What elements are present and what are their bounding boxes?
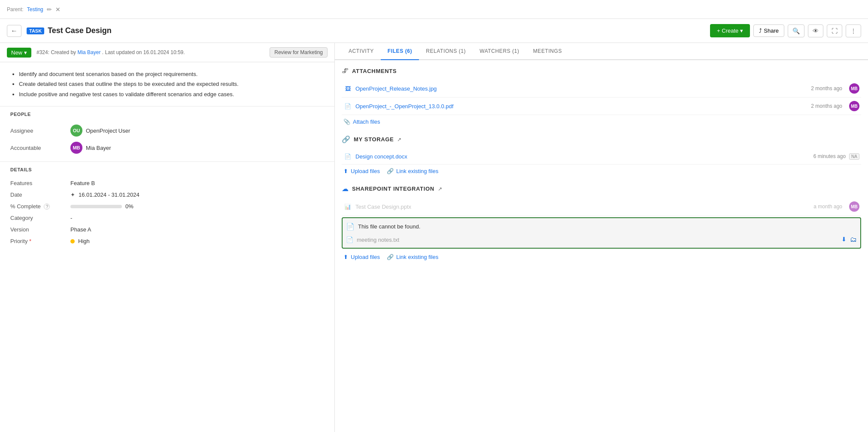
assignee-label: Assignee (10, 128, 70, 134)
date-label: Date (10, 192, 70, 198)
date-row: Date ✦ 16.01.2024 - 31.01.2024 (10, 189, 324, 201)
na-badge: NA (849, 153, 859, 160)
storage-file-row-1: 📄 Design concept.docx 6 minutes ago NA (342, 149, 861, 164)
storage-icon: 🔗 (342, 135, 350, 143)
file-row-actions: ⬇ 🗂 (841, 236, 857, 243)
link-existing-label: Link existing files (396, 168, 438, 174)
dropdown-icon: ▾ (740, 27, 743, 34)
attachment-avatar-2: MB (849, 101, 859, 111)
sharepoint-external-link-icon: ↗ (438, 186, 442, 192)
cloud-icon: ☁ (342, 185, 349, 193)
attachments-title: ATTACHMENTS (352, 68, 397, 74)
folder-icon[interactable]: 🗂 (850, 236, 857, 243)
download-icon[interactable]: ⬇ (841, 236, 847, 243)
priority-required: * (29, 238, 31, 244)
people-title: PEOPLE (10, 112, 324, 117)
category-row: Category - (10, 212, 324, 224)
complete-value: 0% (70, 203, 134, 210)
tab-activity[interactable]: ACTIVITY (342, 43, 381, 60)
complete-percent: 0% (125, 203, 134, 210)
link-icon-2: 🔗 (387, 254, 394, 260)
attachment-row-2: 📄 OpenProject_-_OpenProject_13.0.0.pdf 2… (342, 97, 861, 115)
complete-label: % Complete ? (10, 203, 70, 210)
description-item-2: Create detailed test cases that outline … (19, 79, 324, 89)
upload-label-2: Upload files (351, 254, 380, 260)
status-dropdown-icon: ▾ (24, 49, 27, 56)
description-list: Identify and document test scenarios bas… (10, 69, 324, 99)
storage-file-name-1[interactable]: Design concept.docx (355, 153, 810, 160)
create-label: + Create (717, 27, 738, 34)
assignee-row: Assignee OU OpenProject User (10, 122, 324, 139)
creator-link[interactable]: Mia Bayer (77, 49, 100, 55)
image-file-icon: 🖼 (343, 84, 352, 93)
status-badge[interactable]: New ▾ (7, 48, 31, 58)
attachment-name-2[interactable]: OpenProject_-_OpenProject_13.0.0.pdf (355, 103, 807, 110)
error-file-icon: 📄 (346, 222, 355, 231)
upload-files-link-2[interactable]: ⬆ Upload files (343, 254, 380, 260)
description-item-1: Identify and document test scenarios bas… (19, 69, 324, 79)
tab-relations[interactable]: RELATIONS (1) (419, 43, 473, 60)
fullscreen-icon-button[interactable]: ⛶ (827, 24, 842, 37)
details-title: DETAILS (10, 167, 324, 172)
upload-icon-2: ⬆ (343, 254, 348, 260)
tab-watchers[interactable]: WATCHERS (1) (473, 43, 526, 60)
comment-icon-button[interactable]: 🔍 (788, 24, 804, 37)
txt-file-icon: 📄 (346, 236, 353, 243)
task-label: TASK (27, 27, 44, 34)
parent-label: Parent: (7, 6, 24, 12)
upload-files-link[interactable]: ⬆ Upload files (343, 168, 380, 174)
external-link-icon: ↗ (397, 137, 401, 143)
link-existing-label-2: Link existing files (396, 254, 438, 260)
priority-value: High (70, 238, 90, 244)
create-button[interactable]: + Create ▾ (710, 24, 750, 37)
parent-link[interactable]: Testing (27, 6, 43, 12)
left-panel: New ▾ #324: Created by Mia Bayer . Last … (0, 43, 335, 432)
link-existing-link[interactable]: 🔗 Link existing files (387, 168, 438, 174)
review-label: Review for Marketing (274, 49, 323, 55)
attachment-time-1: 2 months ago (811, 85, 842, 91)
close-icon[interactable]: ✕ (55, 6, 61, 13)
priority-row: Priority * High (10, 235, 324, 247)
version-value: Phase A (70, 226, 91, 233)
complete-help-icon[interactable]: ? (44, 204, 50, 210)
upload-label: Upload files (351, 168, 380, 174)
task-header: ← TASK Test Case Design + Create ▾ ⤴ Sha… (0, 19, 868, 43)
assignee-value: OU OpenProject User (70, 125, 130, 137)
watch-icon-button[interactable]: 👁 (808, 24, 823, 37)
tabs: ACTIVITY FILES (6) RELATIONS (1) WATCHER… (335, 43, 868, 60)
sharepoint-avatar-1: MB (849, 201, 859, 212)
link-icon: 🔗 (387, 168, 394, 174)
error-message: This file cannot be found. (358, 223, 420, 230)
status-bar: New ▾ #324: Created by Mia Bayer . Last … (0, 43, 334, 62)
top-bar: Parent: Testing ✏ ✕ (0, 0, 868, 19)
pdf-file-icon: 📄 (343, 102, 352, 110)
review-badge[interactable]: Review for Marketing (270, 47, 328, 58)
sharepoint-file-name-2: meeting notes.txt (357, 237, 838, 243)
share-button[interactable]: ⤴ Share (753, 24, 784, 37)
attachment-row-1: 🖼 OpenProject_Release_Notes.jpg 2 months… (342, 80, 861, 97)
more-options-button[interactable]: ⋮ (846, 24, 861, 37)
my-storage-title: MY STORAGE (354, 136, 394, 143)
tab-files[interactable]: FILES (6) (381, 43, 419, 60)
features-row: Features Feature B (10, 177, 324, 189)
sharepoint-file-row-1: 📊 Test Case Design.pptx a month ago MB (342, 198, 861, 216)
right-panel: ACTIVITY FILES (6) RELATIONS (1) WATCHER… (335, 43, 868, 432)
attachment-name-1[interactable]: OpenProject_Release_Notes.jpg (355, 85, 807, 92)
ppt-file-icon: 📊 (343, 202, 352, 211)
link-existing-link-2[interactable]: 🔗 Link existing files (387, 254, 438, 260)
status-label: New (11, 49, 22, 56)
version-label: Version (10, 226, 70, 233)
status-meta: #324: Created by Mia Bayer . Last update… (36, 49, 185, 55)
category-value: - (70, 215, 72, 221)
back-button[interactable]: ← (7, 25, 21, 37)
meta-text: #324: Created by (36, 49, 76, 55)
accountable-row: Accountable MB Mia Bayer (10, 139, 324, 156)
sharepoint-header: ☁ SHAREPOINT INTEGRATION ↗ (342, 185, 861, 193)
error-container: 📄 This file cannot be found. 📄 meeting n… (342, 217, 861, 249)
people-section: PEOPLE Assignee OU OpenProject User Acco… (0, 106, 334, 161)
description-item-3: Include positive and negative test cases… (19, 89, 324, 99)
tab-meetings[interactable]: MEETINGS (526, 43, 569, 60)
edit-icon[interactable]: ✏ (47, 6, 52, 13)
date-icon: ✦ (70, 192, 75, 198)
attach-files-row[interactable]: 📎 Attach files (342, 115, 861, 128)
